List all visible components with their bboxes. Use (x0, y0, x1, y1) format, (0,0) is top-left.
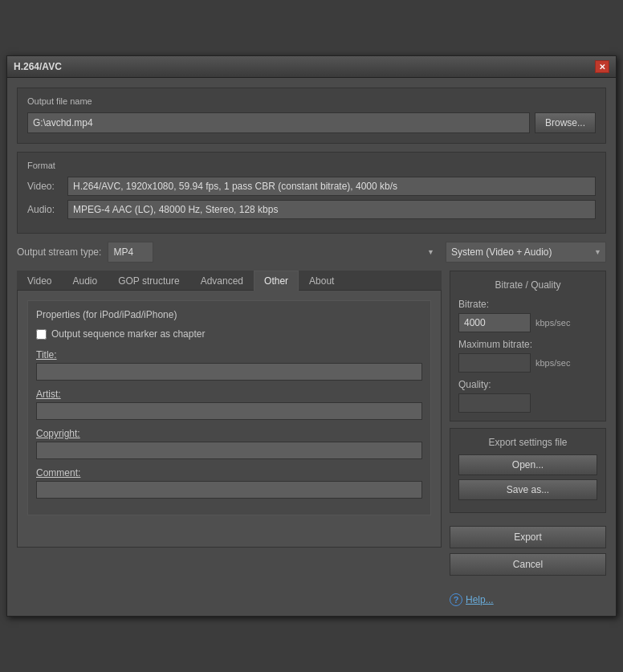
bitrate-input-row: 4000 kbps/sec (458, 313, 597, 332)
audio-format-value: MPEG-4 AAC (LC), 48000 Hz, Stereo, 128 k… (67, 200, 596, 219)
help-row: ? Help... (450, 593, 606, 606)
chapter-checkbox[interactable] (36, 329, 47, 340)
copyright-field-label: Copyright: (36, 428, 422, 439)
bitrate-section-title: Bitrate / Quality (458, 279, 597, 291)
bitrate-input[interactable]: 4000 (458, 313, 531, 332)
browse-button[interactable]: Browse... (535, 112, 596, 133)
properties-title: Properties (for iPod/iPad/iPhone) (36, 309, 422, 320)
file-row: Browse... (27, 112, 596, 133)
close-button[interactable]: ✕ (595, 60, 609, 73)
export-cancel-section: Export Cancel (450, 526, 606, 580)
artist-field-label: Artist: (36, 389, 422, 400)
stream-system-wrapper: System (Video + Audio) Video only Audio … (446, 242, 606, 263)
open-button[interactable]: Open... (458, 454, 597, 475)
tab-bar: Video Audio GOP structure Advanced Other (17, 271, 442, 291)
tab-gop-structure[interactable]: GOP structure (108, 271, 189, 291)
tab-about[interactable]: About (299, 271, 344, 291)
format-section: Format Video: H.264/AVC, 1920x1080, 59.9… (17, 152, 606, 234)
help-icon: ? (450, 593, 462, 606)
max-bitrate-label: Maximum bitrate: (458, 339, 597, 350)
quality-input (458, 393, 531, 413)
right-panel: Bitrate / Quality Bitrate: 4000 kbps/sec… (450, 271, 606, 606)
audio-label: Audio: (27, 204, 67, 215)
tab-content: Properties (for iPod/iPad/iPhone) Output… (17, 291, 442, 548)
title-field-label: Title: (36, 349, 422, 360)
tab-video[interactable]: Video (17, 271, 62, 291)
window-body: Output file name Browse... Format Video:… (7, 78, 616, 616)
stream-row: Output stream type: MP4 MKV TS AVI Syste… (17, 242, 606, 263)
bitrate-section: Bitrate / Quality Bitrate: 4000 kbps/sec… (450, 271, 606, 422)
tab-other[interactable]: Other (254, 271, 299, 291)
copyright-field-group: Copyright: (36, 428, 422, 459)
stream-label: Output stream type: (17, 246, 101, 258)
stream-type-wrapper: MP4 MKV TS AVI (108, 242, 439, 263)
main-content: Video Audio GOP structure Advanced Other (17, 271, 606, 606)
output-file-section: Output file name Browse... (17, 88, 606, 144)
save-as-button[interactable]: Save as... (458, 479, 597, 500)
video-format-row: Video: H.264/AVC, 1920x1080, 59.94 fps, … (27, 177, 596, 196)
window-title: H.264/AVC (14, 61, 62, 72)
title-input[interactable] (36, 363, 422, 381)
stream-type-select[interactable]: MP4 MKV TS AVI (108, 242, 153, 263)
max-bitrate-input-row: kbps/sec (458, 353, 597, 373)
video-format-value: H.264/AVC, 1920x1080, 59.94 fps, 1 pass … (67, 177, 596, 196)
stream-system-select[interactable]: System (Video + Audio) Video only Audio … (446, 242, 606, 263)
file-path-input[interactable] (27, 112, 530, 133)
artist-input[interactable] (36, 402, 422, 420)
comment-field-group: Comment: (36, 467, 422, 499)
chapter-checkbox-label: Output sequence marker as chapter (51, 328, 205, 340)
bitrate-label: Bitrate: (458, 299, 597, 310)
quality-label: Quality: (458, 379, 597, 390)
artist-field-group: Artist: (36, 389, 422, 420)
export-button[interactable]: Export (450, 526, 606, 548)
title-bar: H.264/AVC ✕ (7, 56, 616, 78)
video-label: Video: (27, 181, 67, 192)
audio-format-row: Audio: MPEG-4 AAC (LC), 48000 Hz, Stereo… (27, 200, 596, 219)
max-bitrate-input (458, 353, 531, 373)
tab-advanced[interactable]: Advanced (190, 271, 254, 291)
title-field-group: Title: (36, 349, 422, 381)
comment-field-label: Comment: (36, 467, 422, 479)
export-settings-section: Export settings file Open... Save as... (450, 428, 606, 513)
help-link[interactable]: Help... (466, 594, 494, 605)
output-file-label: Output file name (27, 96, 596, 106)
properties-box: Properties (for iPod/iPad/iPhone) Output… (27, 300, 431, 515)
export-settings-title: Export settings file (458, 437, 597, 448)
max-bitrate-unit: kbps/sec (535, 358, 570, 368)
chapter-checkbox-row: Output sequence marker as chapter (36, 328, 422, 340)
cancel-button[interactable]: Cancel (450, 553, 606, 576)
main-window: H.264/AVC ✕ Output file name Browse... F… (6, 55, 617, 617)
format-label: Format (27, 161, 596, 170)
copyright-input[interactable] (36, 442, 422, 459)
left-panel: Video Audio GOP structure Advanced Other (17, 271, 442, 606)
tab-audio[interactable]: Audio (62, 271, 108, 291)
bitrate-unit: kbps/sec (535, 318, 570, 328)
comment-input[interactable] (36, 481, 422, 499)
